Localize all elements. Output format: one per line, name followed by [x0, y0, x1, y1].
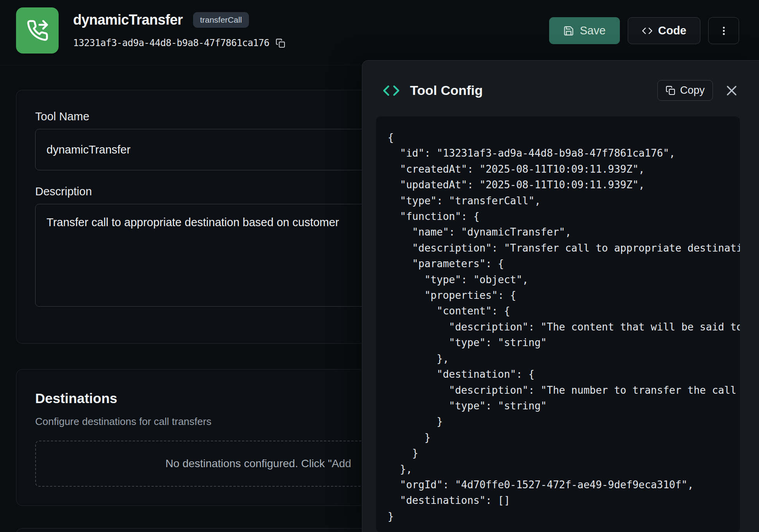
code-button[interactable]: Code: [628, 17, 700, 44]
tool-config-panel: Tool Config Copy { "id":: [362, 60, 759, 532]
tool-config-json: { "id": "13231af3-ad9a-44d8-b9a8-47f7861…: [376, 116, 740, 532]
description-label: Description: [35, 185, 92, 198]
save-icon: [563, 25, 574, 36]
code-button-label: Code: [658, 24, 687, 37]
destinations-title: Destinations: [35, 391, 117, 406]
tool-type-badge: transferCall: [193, 12, 249, 28]
panel-title: Tool Config: [410, 83, 483, 98]
ellipsis-vertical-icon: [718, 25, 729, 36]
more-options-button[interactable]: [708, 17, 739, 44]
tool-config-code-block[interactable]: { "id": "13231af3-ad9a-44d8-b9a8-47f7861…: [376, 116, 740, 532]
save-button[interactable]: Save: [549, 17, 620, 44]
destinations-subtitle: Configure destinations for call transfer…: [35, 416, 211, 428]
phone-forwarded-icon: [26, 19, 49, 42]
page-header: dynamicTransfer transferCall 13231af3-ad…: [0, 0, 759, 65]
copy-id-icon[interactable]: [276, 38, 285, 48]
tool-name-label: Tool Name: [35, 110, 90, 123]
copy-button-label: Copy: [680, 84, 705, 96]
tool-id: 13231af3-ad9a-44d8-b9a8-47f7861ca176: [73, 37, 269, 48]
code-icon: [642, 25, 653, 36]
transfer-call-icon: [16, 7, 59, 54]
close-panel-icon[interactable]: [725, 84, 739, 98]
tool-detail-page: dynamicTransfer transferCall 13231af3-ad…: [0, 0, 759, 532]
copy-config-button[interactable]: Copy: [657, 80, 713, 101]
page-title: dynamicTransfer: [73, 12, 183, 28]
save-button-label: Save: [580, 24, 605, 37]
code-brackets-icon: [383, 82, 400, 99]
copy-icon: [666, 86, 675, 95]
